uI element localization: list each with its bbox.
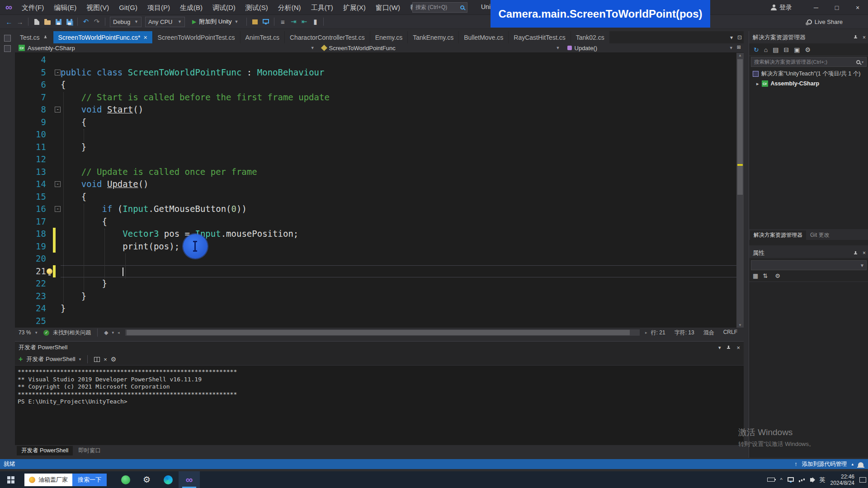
chevron-down-icon[interactable]: ▾ xyxy=(718,345,721,351)
fold-toggle-icon[interactable]: - xyxy=(55,70,61,75)
code-line[interactable]: 11 } xyxy=(15,141,736,154)
zoom-select[interactable]: 73 % ▼ xyxy=(19,329,40,336)
battery-icon[interactable] xyxy=(767,478,775,482)
categorized-view-icon[interactable]: ▦ xyxy=(753,272,758,279)
editor-tab[interactable]: ScreenToWorldPointFunc.cs*× xyxy=(53,31,152,43)
sign-in-button[interactable]: 登录 xyxy=(771,0,792,15)
vertical-scrollbar[interactable]: ▲ ▼ xyxy=(736,53,744,328)
taskbar-search-box[interactable]: 油箱盖厂家 xyxy=(24,474,72,486)
open-file-icon[interactable] xyxy=(42,16,53,27)
close-tab-icon[interactable]: × xyxy=(143,34,147,41)
line-ending-mixed-indicator[interactable]: 混合 xyxy=(703,329,714,337)
alphabetical-sort-icon[interactable]: ⇅ xyxy=(763,272,768,279)
code-cleanup-options-icon[interactable]: ▾ xyxy=(112,330,114,335)
terminal-settings-gear-icon[interactable]: ⚙ xyxy=(111,356,117,363)
start-button[interactable] xyxy=(0,471,22,488)
fold-toggle-icon[interactable]: - xyxy=(55,206,61,212)
close-button[interactable]: × xyxy=(847,0,868,15)
display-icon[interactable] xyxy=(788,477,794,482)
menu-item[interactable]: 调试(D) xyxy=(208,0,241,15)
editor-tab[interactable]: Tank02.cs xyxy=(571,31,609,43)
navbar-project-select[interactable]: C#Assembly-CSharp ▼ xyxy=(15,43,318,52)
preview-selected-items-icon[interactable]: ⚙ xyxy=(805,46,811,53)
solution-explorer-header[interactable]: 解决方案资源管理器 × xyxy=(749,31,868,43)
home-icon[interactable]: ⌂ xyxy=(764,46,768,53)
editor-tab[interactable]: AnimTest.cs xyxy=(241,31,284,43)
navigate-backward-icon[interactable]: ← xyxy=(4,16,14,27)
code-line[interactable]: 20 xyxy=(15,253,736,265)
menu-item[interactable]: 生成(B) xyxy=(175,0,208,15)
new-file-icon[interactable] xyxy=(31,16,42,27)
pin-icon[interactable] xyxy=(853,35,858,40)
editor-tab[interactable]: BulletMove.cs xyxy=(459,31,508,43)
tray-expand-icon[interactable]: ^ xyxy=(780,477,782,483)
network-icon[interactable] xyxy=(799,478,805,482)
code-line[interactable]: 10 xyxy=(15,128,736,141)
code-line[interactable]: 5-public class ScreenToWorldPointFunc : … xyxy=(15,66,736,79)
scrollbar-thumb[interactable] xyxy=(737,59,743,195)
source-control-arrow-icon[interactable]: ▴ xyxy=(851,462,854,466)
menu-item[interactable]: 编辑(E) xyxy=(49,0,81,15)
code-line[interactable]: 23 } xyxy=(15,290,736,303)
editor-tab[interactable]: Test.cs xyxy=(15,31,53,43)
properties-object-select[interactable]: ▼ xyxy=(751,260,867,270)
code-line[interactable]: 15 { xyxy=(15,191,736,203)
navigate-forward-icon[interactable]: → xyxy=(14,16,25,27)
editor-tab[interactable]: ScreenToWorldPointTest.cs xyxy=(153,31,240,43)
code-line[interactable]: 24} xyxy=(15,302,736,315)
close-panel-icon[interactable]: × xyxy=(863,34,866,41)
editor-tab[interactable]: TankEnemy.cs xyxy=(408,31,458,43)
float-window-icon[interactable]: ⊡ xyxy=(737,34,742,41)
code-line[interactable]: 8- void Start() xyxy=(15,103,736,116)
indent-icon[interactable]: ⇥ xyxy=(288,16,299,27)
menu-item[interactable]: 扩展(X) xyxy=(338,0,371,15)
health-status[interactable]: 未找到相关问题 xyxy=(53,329,91,337)
quick-search-box[interactable]: 搜索 (Ctrl+Q) xyxy=(412,2,467,13)
hidden-tabs-dropdown-icon[interactable]: ▾ xyxy=(730,34,733,41)
navbar-type-select[interactable]: ScreenToWorldPointFunc ▼ xyxy=(318,43,564,52)
taskbar-app-settings[interactable]: ⚙ xyxy=(136,471,157,488)
editor-tab[interactable]: CharactorControllerTest.cs xyxy=(285,31,370,43)
code-line[interactable]: 6{ xyxy=(15,79,736,91)
minimize-button[interactable]: ─ xyxy=(806,0,826,15)
code-line[interactable]: 4 xyxy=(15,54,736,66)
new-terminal-icon[interactable]: + xyxy=(19,355,23,363)
panel-tab[interactable]: Git 更改 xyxy=(807,230,833,240)
volume-icon[interactable] xyxy=(810,478,813,482)
save-all-icon[interactable] xyxy=(64,16,75,27)
panel-tab[interactable]: 开发者 PowerShell xyxy=(17,446,73,455)
taskbar-app-visual-studio[interactable]: ∞ xyxy=(179,471,200,488)
maximize-button[interactable]: □ xyxy=(826,0,847,15)
vertical-splitter[interactable] xyxy=(744,31,749,458)
code-editor[interactable]: 45-public class ScreenToWorldPointFunc :… xyxy=(15,53,744,328)
add-to-source-control-button[interactable]: 添加到源代码管理 xyxy=(802,460,847,468)
menu-item[interactable]: 窗口(W) xyxy=(371,0,405,15)
code-line[interactable]: 25 xyxy=(15,315,736,328)
split-terminal-icon[interactable] xyxy=(94,357,100,362)
code-cleanup-icon[interactable]: ◆ xyxy=(104,329,108,336)
show-all-files-icon[interactable]: ▤ xyxy=(773,46,778,53)
toolbox-icon[interactable] xyxy=(4,35,11,42)
shell-select-arrow-icon[interactable]: ▾ xyxy=(79,357,81,361)
solution-explorer-search[interactable]: 搜索解决方案资源管理器(Ctrl+;) ▾ xyxy=(751,57,867,67)
solution-configurations-select[interactable]: Debug▼ xyxy=(110,17,142,27)
solution-node[interactable]: 解决方案"UnityTeach"(1 个项目/共 1 个) xyxy=(749,69,868,79)
menu-item[interactable]: 测试(S) xyxy=(241,0,273,15)
game-view-icon[interactable] xyxy=(260,16,271,27)
menu-item[interactable]: 项目(P) xyxy=(142,0,175,15)
fold-toggle-icon[interactable]: - xyxy=(55,107,61,113)
collapse-all-icon[interactable]: ⊟ xyxy=(783,46,789,53)
bookmark-icon[interactable]: ▮ xyxy=(310,16,321,27)
ime-indicator[interactable]: 英 xyxy=(820,476,826,484)
horizontal-scrollbar[interactable] xyxy=(125,329,640,336)
eol-indicator[interactable]: CRLF xyxy=(723,329,737,337)
properties-header[interactable]: 属性 × xyxy=(749,248,868,258)
kill-terminal-icon[interactable]: × xyxy=(104,356,107,363)
terminal-output[interactable]: ****************************************… xyxy=(15,366,744,445)
pin-icon[interactable] xyxy=(43,35,47,39)
code-line[interactable]: 22 } xyxy=(15,277,736,290)
menu-item[interactable]: 工具(T) xyxy=(306,0,338,15)
navbar-member-select[interactable]: Update() ▼ xyxy=(564,43,737,52)
taskbar-app-green[interactable] xyxy=(115,471,136,488)
code-line[interactable]: 13 // Update is called once per frame xyxy=(15,166,736,178)
